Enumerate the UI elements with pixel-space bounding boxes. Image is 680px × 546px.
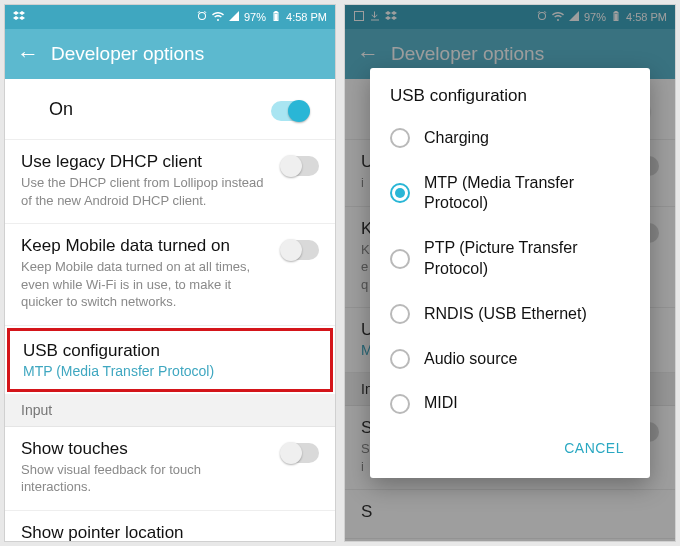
wifi-icon: [212, 10, 224, 24]
on-label: On: [49, 99, 73, 120]
radio-icon: [390, 249, 410, 269]
radio-icon: [390, 183, 410, 203]
battery-percent: 97%: [244, 11, 266, 23]
phone-left: 97% 4:58 PM ← Developer options On Use l…: [4, 4, 336, 542]
highlighted-setting: USB configuration MTP (Media Transfer Pr…: [7, 328, 333, 392]
mobile-data-toggle[interactable]: [281, 240, 319, 260]
app-bar: ← Developer options: [5, 29, 335, 79]
touches-toggle[interactable]: [281, 443, 319, 463]
radio-option-rndis[interactable]: RNDIS (USB Ethernet): [370, 292, 650, 337]
setting-title: Show touches: [21, 439, 271, 459]
section-header-input: Input: [5, 394, 335, 427]
setting-title: Keep Mobile data turned on: [21, 236, 271, 256]
dropbox-icon: [13, 10, 25, 24]
radio-icon: [390, 304, 410, 324]
setting-subtitle: MTP (Media Transfer Protocol): [23, 363, 317, 379]
dialog-title: USB configuration: [370, 86, 650, 116]
setting-show-touches[interactable]: Show touches Show visual feedback for to…: [5, 427, 335, 511]
setting-mobile-data[interactable]: Keep Mobile data turned on Keep Mobile d…: [5, 224, 335, 326]
radio-option-charging[interactable]: Charging: [370, 116, 650, 161]
radio-icon: [390, 349, 410, 369]
phone-right: 97% 4:58 PM ← Developer options On US i …: [344, 4, 676, 542]
settings-list[interactable]: On Use legacy DHCP client Use the DHCP c…: [5, 79, 335, 541]
dhcp-toggle[interactable]: [281, 156, 319, 176]
svg-rect-0: [275, 14, 278, 21]
setting-dhcp[interactable]: Use legacy DHCP client Use the DHCP clie…: [5, 140, 335, 224]
clock-time: 4:58 PM: [286, 11, 327, 23]
radio-option-ptp[interactable]: PTP (Picture Transfer Protocol): [370, 226, 650, 292]
radio-option-midi[interactable]: MIDI: [370, 381, 650, 426]
master-toggle-row[interactable]: On: [5, 79, 335, 140]
radio-option-audio[interactable]: Audio source: [370, 337, 650, 382]
radio-icon: [390, 394, 410, 414]
setting-usb-config[interactable]: USB configuration MTP (Media Transfer Pr…: [23, 341, 317, 379]
setting-title: Use legacy DHCP client: [21, 152, 271, 172]
setting-title: USB configuration: [23, 341, 317, 361]
back-icon[interactable]: ←: [17, 43, 39, 65]
battery-icon: [270, 10, 282, 24]
page-title: Developer options: [51, 43, 204, 65]
radio-option-mtp[interactable]: MTP (Media Transfer Protocol): [370, 161, 650, 227]
cancel-button[interactable]: CANCEL: [554, 432, 634, 464]
setting-title: Show pointer location: [21, 523, 319, 541]
dialog-scrim[interactable]: USB configuration Charging MTP (Media Tr…: [345, 5, 675, 541]
alarm-icon: [196, 10, 208, 24]
master-toggle[interactable]: [271, 101, 309, 121]
usb-config-dialog: USB configuration Charging MTP (Media Tr…: [370, 68, 650, 478]
status-bar: 97% 4:58 PM: [5, 5, 335, 29]
setting-desc: Use the DHCP client from Lollipop instea…: [21, 174, 271, 209]
setting-pointer-location[interactable]: Show pointer location Screen overlay sho…: [5, 511, 335, 541]
setting-desc: Keep Mobile data turned on at all times,…: [21, 258, 271, 311]
signal-icon: [228, 10, 240, 24]
radio-icon: [390, 128, 410, 148]
setting-desc: Show visual feedback for touch interacti…: [21, 461, 271, 496]
